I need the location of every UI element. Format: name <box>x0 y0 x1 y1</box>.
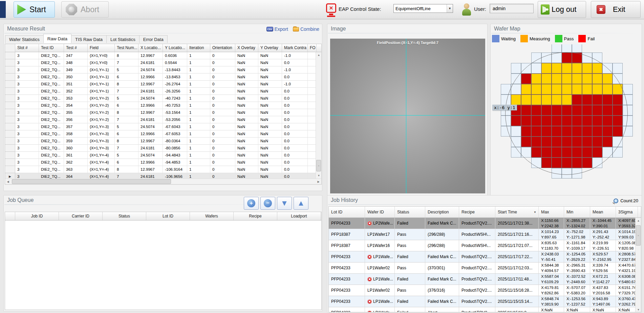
row-header-cell[interactable] <box>5 44 15 52</box>
measure-horizontal-scrollbar[interactable]: ◀ ▶ <box>5 179 321 184</box>
column-header-x-overlay[interactable]: X Overlay <box>235 44 258 52</box>
column-header-wafer-id[interactable]: Wafer ID <box>365 207 395 217</box>
table-row[interactable]: 3DIE2_TQ...351{X=1,Y=-1}812.9967-26.2764… <box>5 81 321 88</box>
history-vertical-scrollbar[interactable]: ▲ ≡ ▼ <box>635 218 641 312</box>
table-row[interactable]: 3DIE2_TQ...354{X=1,Y=-2}612.9966-40.7253… <box>5 102 321 109</box>
chevron-down-icon[interactable]: ▼ <box>447 4 453 13</box>
column-header-lot-id[interactable]: Lot ID <box>329 207 365 217</box>
table-row[interactable]: 3DIE2_TQ...356{X=1,Y=-2}724.6181-53.2056… <box>5 116 321 123</box>
table-row[interactable]: 3DIE2_TQ...361{X=1,Y=-4}524.5074-94.4843… <box>5 152 321 159</box>
column-header-min[interactable]: Min <box>564 207 590 217</box>
table-row[interactable]: 3DIE2_TQ...352{X=1,Y=-1}724.6181-26.3256… <box>5 88 321 95</box>
table-row[interactable]: 3DIE2_TQ...359{X=1,Y=-3}812.9967-80.0364… <box>5 138 321 145</box>
column-header-recipe[interactable]: Recipe <box>459 207 495 217</box>
export-link[interactable]: CSV Export <box>266 26 288 32</box>
table-row[interactable]: 3DIE2_TQ...350{X=1,Y=-1}612.9966-13.8453… <box>5 74 321 81</box>
table-row[interactable]: 3DIE2_TQ...348{X=1,Y=0}724.61810.554410N… <box>5 59 321 66</box>
cell: 0 <box>210 130 235 138</box>
history-row[interactable]: PFP04233LP1Wafer02Pass(376/316)Product\T… <box>329 285 641 296</box>
abort-button[interactable]: Abort <box>61 1 109 18</box>
wafer-die-x-5-y4[interactable] <box>511 63 521 74</box>
column-header-y-locatio[interactable]: Y Locatio... <box>163 44 187 52</box>
scroll-down-icon[interactable]: ▼ <box>316 173 322 179</box>
wafer-die-x1-y6[interactable] <box>572 44 582 53</box>
history-row[interactable]: PFP04233✖LP1Wafe...FailedAbort...Product… <box>329 307 641 312</box>
column-header-test-num[interactable]: Test Num... <box>115 44 138 52</box>
tab-error-data[interactable]: Error Data <box>139 35 168 43</box>
sort-filter-icon[interactable]: ▼ <box>534 211 536 214</box>
scroll-up-icon[interactable]: ▲ <box>316 52 322 58</box>
measure-vertical-scrollbar[interactable]: ▲ ≡ ▼ <box>316 52 321 179</box>
column-header-fo[interactable]: FO <box>308 44 317 52</box>
history-row[interactable]: PFP04233✖LP2Wafe...FailedFailed Mark C..… <box>329 218 641 229</box>
cell: -1.0 <box>282 52 308 59</box>
logout-button[interactable]: Log out <box>538 1 586 18</box>
column-header-status[interactable]: Status <box>103 212 146 220</box>
exit-button[interactable]: ✖ Exit <box>591 1 641 18</box>
row-header-cell[interactable] <box>5 212 15 220</box>
history-row[interactable]: PFP18387LP1Wafer17Pass(296/288)Product\W… <box>329 229 641 240</box>
scroll-up-icon[interactable]: ▲ <box>636 218 641 224</box>
column-header-field[interactable]: Field <box>88 44 115 52</box>
column-header-mean[interactable]: Mean <box>590 207 616 217</box>
table-row[interactable]: 3DIE2_TQ...349{X=1,Y=-1}524.5074-13.8443… <box>5 66 321 74</box>
column-header-orientation[interactable]: Orientation <box>210 44 235 52</box>
start-button[interactable]: Start <box>14 1 55 18</box>
table-row[interactable]: 3DIE2_TQ...357{X=1,Y=-3}524.5074-67.6043… <box>5 123 321 130</box>
table-row[interactable]: 3DIE2_TQ...355{X=1,Y=-2}812.9967-53.1564… <box>5 109 321 116</box>
scroll-right-icon[interactable]: ▶ <box>316 179 321 185</box>
move-up-button[interactable]: ▲ <box>294 197 308 210</box>
table-row[interactable]: 3DIE2_TQ...362{X=1,Y=-4}612.9966-94.4853… <box>5 159 321 166</box>
move-down-button[interactable]: ▼ <box>277 197 292 210</box>
magnifier-icon[interactable] <box>614 199 618 203</box>
column-header-loadport[interactable]: Loadport <box>277 212 321 220</box>
eap-state-select[interactable]: EquipmentOffLine ▼ <box>393 4 453 13</box>
measure-vscroll-thumb[interactable]: ≡ <box>316 160 321 171</box>
wafer-die-x5-y4[interactable] <box>613 63 623 74</box>
table-row[interactable]: 3DIE2_TQ...347{X=1,Y=0}812.99670.603610N… <box>5 52 321 59</box>
wafer-die-x-1-y6[interactable] <box>552 44 562 53</box>
add-job-button[interactable]: + <box>244 197 259 210</box>
scroll-down-icon[interactable]: ▼ <box>636 307 641 312</box>
tab-raw-data[interactable]: Raw Data <box>43 34 71 43</box>
history-row[interactable]: PFP18387LP1Wafer16Pass(296/288)Product\W… <box>329 240 641 251</box>
column-header-3sigma[interactable]: 3Sigma <box>616 207 638 217</box>
column-header-status[interactable]: Status <box>395 207 425 217</box>
column-header-wafers[interactable]: Wafers <box>190 212 234 220</box>
table-row[interactable]: 3DIE2_TQ...358{X=1,Y=-3}612.9966-67.6053… <box>5 130 321 138</box>
column-header-mark-contra[interactable]: Mark Contra <box>282 44 308 52</box>
combine-link[interactable]: Combine <box>293 26 319 32</box>
column-header-start-time[interactable]: Start Time▼ <box>495 207 539 217</box>
tab-wafer-statistics[interactable]: Wafer Statistics <box>5 35 44 43</box>
column-header-y-overlay[interactable]: Y Overlay <box>258 44 282 52</box>
column-header-description[interactable]: Description <box>425 207 459 217</box>
column-header-max[interactable]: Max <box>539 207 564 217</box>
column-header-recipe[interactable]: Recipe <box>234 212 277 220</box>
history-row[interactable]: PFP04233LP1Wafer02Pass(370/301)Product\T… <box>329 263 641 274</box>
table-row[interactable]: 3DIE2_TQ...353{X=1,Y=-2}524.5074-40.7243… <box>5 95 321 102</box>
column-header-lot-id[interactable]: Lot ID <box>146 212 190 220</box>
table-row[interactable]: 3DIE2_TQ...360{X=1,Y=-3}724.6181-80.0856… <box>5 145 321 152</box>
column-header-test[interactable]: Test # <box>64 44 88 52</box>
cell: 0.0 <box>282 166 308 173</box>
column-header-carrier-id[interactable]: Carrier ID <box>59 212 103 220</box>
history-row[interactable]: PFP04233✖LP1Wafe...FailedFailed Mark C..… <box>329 274 641 285</box>
measure-hscroll-thumb[interactable] <box>12 179 171 184</box>
table-row[interactable]: 3DIE2_TQ...363{X=1,Y=-4}812.9967-106.916… <box>5 166 321 173</box>
tab-lot-statistics[interactable]: Lot Statistics <box>106 35 139 43</box>
user-field[interactable]: admin <box>490 4 534 13</box>
remove-job-button[interactable]: − <box>260 197 275 210</box>
history-vscroll-thumb[interactable]: ≡ <box>636 225 641 246</box>
column-header-test-id[interactable]: Test ID <box>39 44 64 52</box>
scroll-left-icon[interactable]: ◀ <box>5 179 11 185</box>
column-header-job-id[interactable]: Job ID <box>15 212 59 220</box>
cell: 358 <box>64 130 88 138</box>
column-header-slot[interactable]: Slot # <box>15 44 39 52</box>
column-header-x-locatio[interactable]: X Locatio... <box>138 44 163 52</box>
history-row[interactable]: PFP04233✖LP1Wafe...FailedFailed Mark C..… <box>329 296 641 307</box>
wafer-die-x0-y6[interactable] <box>562 44 572 53</box>
column-header-iteration[interactable]: Iteration <box>187 44 210 52</box>
history-row[interactable]: PFP04233✖LP1Wafe...FailedFailed Mark C..… <box>329 251 641 263</box>
camera-image[interactable]: FieldPosition:(X=1,Y=-4) TargetId:7 <box>330 39 485 193</box>
tab-tis-raw-data[interactable]: TIS Raw Data <box>71 35 107 43</box>
